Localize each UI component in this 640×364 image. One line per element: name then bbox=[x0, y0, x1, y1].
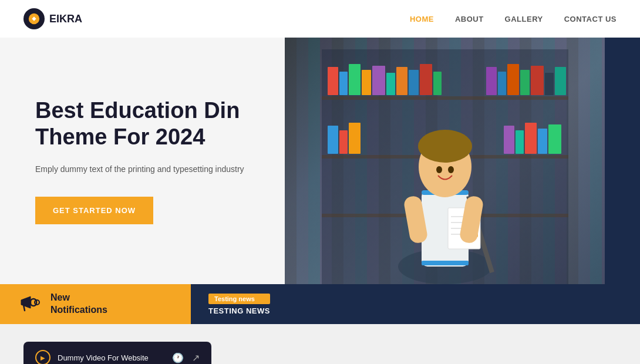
svg-rect-33 bbox=[422, 261, 469, 265]
svg-rect-23 bbox=[339, 130, 348, 154]
hero-left: Best Education Din Theme For 2024 Emply … bbox=[0, 38, 279, 284]
svg-rect-17 bbox=[507, 64, 519, 95]
svg-rect-21 bbox=[555, 67, 566, 95]
video-card[interactable]: ▶ Dummy Video For Website 🕐 ↗ bbox=[23, 342, 211, 364]
hero-image-container bbox=[285, 38, 605, 284]
video-title: Dummy Video For Website bbox=[58, 353, 149, 362]
notif-right: Testing news TESTING NEWS bbox=[191, 284, 640, 324]
video-section: ▶ Dummy Video For Website 🕐 ↗ bbox=[0, 324, 640, 364]
video-action-icons: 🕐 ↗ bbox=[172, 352, 200, 363]
cta-button[interactable]: GET STARTED NOW bbox=[35, 197, 153, 224]
notification-banner: NewNotifications Testing news TESTING NE… bbox=[0, 284, 640, 324]
svg-rect-6 bbox=[339, 72, 348, 95]
svg-point-43 bbox=[436, 166, 442, 173]
svg-rect-26 bbox=[516, 130, 524, 154]
nav-link-gallery[interactable]: GALLERY bbox=[505, 15, 543, 23]
share-icon[interactable]: ↗ bbox=[192, 352, 200, 363]
nav-item-gallery[interactable]: GALLERY bbox=[505, 14, 543, 24]
svg-rect-10 bbox=[386, 73, 395, 95]
nav-link-contact[interactable]: CONTACT US bbox=[564, 15, 617, 23]
nav-link-about[interactable]: ABOUT bbox=[455, 15, 484, 23]
svg-point-44 bbox=[448, 166, 454, 173]
video-play-icon[interactable]: ▶ bbox=[35, 350, 50, 364]
svg-rect-8 bbox=[362, 70, 371, 95]
logo-text: EIKRA bbox=[49, 13, 82, 25]
svg-rect-29 bbox=[548, 124, 561, 154]
svg-rect-19 bbox=[531, 66, 544, 95]
nav-item-home[interactable]: HOME bbox=[410, 14, 434, 24]
svg-rect-25 bbox=[504, 126, 514, 154]
hero-section: Best Education Din Theme For 2024 Emply … bbox=[0, 38, 640, 284]
svg-point-35 bbox=[418, 130, 472, 163]
hero-subtitle: Emply dummy text of the printing and typ… bbox=[35, 163, 255, 176]
svg-rect-2 bbox=[322, 96, 568, 100]
student-illustration bbox=[322, 49, 568, 284]
notif-left: NewNotifications bbox=[0, 284, 191, 324]
news-badge: Testing news bbox=[208, 294, 270, 304]
svg-rect-14 bbox=[433, 72, 442, 95]
nav-item-contact[interactable]: CONTACT US bbox=[564, 14, 617, 24]
notif-text: NewNotifications bbox=[50, 292, 107, 316]
svg-rect-20 bbox=[545, 73, 554, 95]
hero-title: Best Education Din Theme For 2024 bbox=[35, 97, 255, 151]
svg-rect-16 bbox=[498, 72, 506, 95]
video-card-left: ▶ Dummy Video For Website bbox=[35, 350, 149, 364]
megaphone-icon bbox=[18, 291, 41, 318]
nav-item-about[interactable]: ABOUT bbox=[455, 14, 484, 24]
nav-links: HOME ABOUT GALLERY CONTACT US bbox=[410, 14, 617, 24]
clock-icon: 🕐 bbox=[172, 352, 184, 363]
hero-image bbox=[285, 38, 605, 284]
news-title: TESTING NEWS bbox=[208, 306, 270, 315]
svg-rect-48 bbox=[21, 300, 23, 305]
navbar: EIKRA HOME ABOUT GALLERY CONTACT US bbox=[0, 0, 640, 38]
svg-rect-27 bbox=[525, 123, 537, 154]
svg-rect-18 bbox=[520, 70, 530, 95]
logo[interactable]: EIKRA bbox=[23, 8, 82, 29]
svg-rect-7 bbox=[349, 64, 361, 95]
svg-rect-28 bbox=[538, 129, 547, 154]
svg-rect-13 bbox=[420, 64, 432, 95]
svg-rect-5 bbox=[328, 67, 338, 95]
svg-rect-22 bbox=[328, 126, 338, 154]
notif-news-stack: Testing news TESTING NEWS bbox=[208, 294, 270, 315]
svg-rect-12 bbox=[409, 70, 419, 95]
nav-link-home[interactable]: HOME bbox=[410, 15, 434, 23]
logo-icon bbox=[23, 8, 45, 29]
svg-rect-15 bbox=[486, 67, 497, 95]
svg-rect-11 bbox=[396, 67, 407, 95]
svg-rect-9 bbox=[372, 66, 385, 95]
svg-rect-24 bbox=[349, 123, 361, 154]
